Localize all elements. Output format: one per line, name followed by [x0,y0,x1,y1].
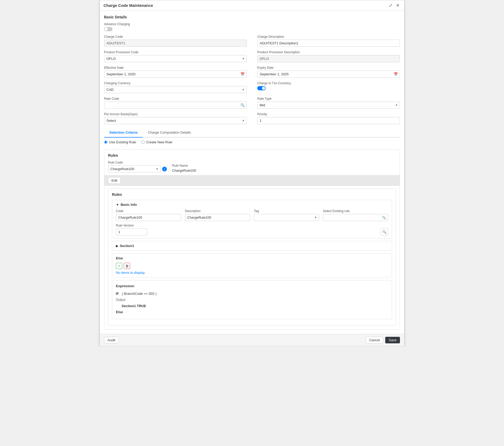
charging-currency-group: Charging Currency CAD USD EUR GBP ▼ [104,81,247,93]
priority-input[interactable] [257,117,400,124]
rule-version-input[interactable] [116,228,147,235]
effective-date-label: Effective Date [104,66,247,70]
tab-selection-criteria[interactable]: Selection Criteria [104,128,143,138]
select-existing-input[interactable] [323,214,388,221]
basic-info-collapse-header[interactable]: ▼ Basic Info [116,203,388,207]
rate-code-input[interactable] [104,102,247,109]
expression-block: Expression IF ( BranchCode == 002 ) Outp… [112,280,392,319]
else-keyword: Else [116,310,123,314]
rules-section: Rules Rule Code ChargeRule100 ▼ i [104,149,400,330]
tabs-container: Selection Criteria Charge Computation De… [104,128,400,138]
rule-version-label: Rule Version [116,224,379,227]
rule-code-info-icon[interactable]: i [162,167,167,171]
product-processor-code-select[interactable]: OFLO [104,55,247,62]
resize-btn[interactable]: ⤢ [388,3,393,8]
delete-item-btn[interactable]: 🗑 [124,263,130,269]
rules-section-title: Rules [108,153,396,158]
close-btn[interactable]: ✕ [395,3,400,8]
window-title: Charge Code Maintenance [104,3,153,8]
per-annum-group: Per Annum Basis(Days) Select 360 365 ▼ [104,112,247,124]
output-label: Output [116,298,125,302]
cancel-button[interactable]: Cancel [366,337,383,343]
add-item-btn[interactable]: + [116,263,122,269]
effective-date-input[interactable] [104,71,247,78]
per-annum-select[interactable]: Select 360 365 [104,117,247,124]
charge-in-txn-label: Charge In Txn Currency [257,81,400,85]
product-processor-desc-group: Product Processor Description [257,50,400,62]
section1-collapse-icon: ▶ [116,244,118,248]
expiry-date-wrapper: 📅 [257,71,400,78]
charge-desc-group: Charge Description [257,35,400,47]
product-processor-code-label: Product Processor Code [104,50,247,54]
basic-details-title: Basic Details [104,15,400,19]
rule-code-select[interactable]: ChargeRule100 [108,165,161,172]
basic-info-grid: Code Description Tag ▼ [116,209,388,221]
charge-desc-input[interactable] [257,40,400,47]
product-processor-row: Product Processor Code OFLO ▼ Product Pr… [104,50,400,62]
effective-date-group: Effective Date 📅 [104,66,247,78]
rule-code-select-wrapper: ChargeRule100 ▼ [108,165,161,172]
description-group: Description [185,209,250,221]
expression-if-line: IF ( BranchCode == 002 ) [116,291,388,297]
if-keyword: IF [116,292,119,296]
create-new-rule-radio[interactable] [141,140,145,144]
rule-name-label: Rule Name [172,164,196,167]
per-annum-label: Per Annum Basis(Days) [104,112,247,116]
expiry-date-input[interactable] [257,71,400,78]
advance-charging-toggle[interactable] [104,27,112,31]
rule-version-row: Rule Version 🔍 [116,224,388,235]
rule-code-label: Rule Code [108,161,167,164]
code-input[interactable] [116,214,181,221]
rate-type-group: Rate Type Mid Buy Sell ▼ [257,97,400,109]
no-items-display-link[interactable]: display [134,271,145,275]
select-existing-wrapper: 🔍 [323,214,388,221]
section1-true-text: Section1 TRUE [122,304,146,308]
tag-input[interactable] [254,214,319,221]
charge-desc-label: Charge Description [257,35,400,39]
use-existing-rule-label[interactable]: Use Existing Rule [104,140,136,144]
section1-label: Section1 [120,244,134,248]
else-block: Else + 🗑 No items to display. [112,253,392,277]
currency-row: Charging Currency CAD USD EUR GBP ▼ Char… [104,81,400,93]
main-content: Basic Details Advance Charging Charge Co… [100,11,404,334]
use-existing-rule-text: Use Existing Rule [109,140,136,144]
tag-label: Tag [254,209,319,213]
expression-title: Expression [116,284,388,288]
trash-icon: 🗑 [125,264,129,268]
inner-rules-title: Rules [112,192,392,197]
select-existing-search-icon[interactable]: 🔍 [382,216,386,219]
product-processor-desc-input[interactable] [257,55,400,62]
effective-date-calendar-icon[interactable]: 📅 [240,72,245,76]
charge-in-txn-toggle[interactable] [257,86,266,90]
rate-code-search-icon[interactable]: 🔍 [240,103,245,107]
rate-type-select[interactable]: Mid Buy Sell [257,102,400,109]
no-items-text: No items to display. [116,271,388,275]
edit-button[interactable]: Edit [108,177,121,184]
use-existing-rule-radio[interactable] [104,140,107,144]
charging-currency-select-wrapper: CAD USD EUR GBP ▼ [104,86,247,93]
rule-version-search-btn[interactable]: 🔍 [381,228,388,235]
description-input[interactable] [185,214,250,221]
save-button[interactable]: Save [385,337,400,343]
tab-charge-computation[interactable]: Charge Computation Details [143,128,196,138]
edit-toolbar: Edit [104,175,400,186]
basic-info-section: ▼ Basic Info Code Description [112,200,392,238]
per-annum-select-wrapper: Select 360 365 ▼ [104,117,247,124]
section1-header[interactable]: ▶ Section1 [116,244,388,248]
charging-currency-select[interactable]: CAD USD EUR GBP [104,86,247,93]
title-bar: Charge Code Maintenance ⤢ ✕ [100,0,404,11]
charge-code-desc-row: Charge Code Charge Description [104,35,400,47]
audit-button[interactable]: Audit [104,337,119,343]
rule-code-wrapper: ChargeRule100 ▼ i [108,165,167,172]
charge-in-txn-group: Charge In Txn Currency [257,81,400,93]
create-new-rule-label[interactable]: Create New Rule [141,140,172,144]
dates-row: Effective Date 📅 Expiry Date 📅 [104,66,400,78]
rule-code-row: Rule Code ChargeRule100 ▼ i Rule Name Ch… [108,161,396,172]
product-processor-code-group: Product Processor Code OFLO ▼ [104,50,247,62]
expiry-date-calendar-icon[interactable]: 📅 [394,72,398,76]
rate-type-select-wrapper: Mid Buy Sell ▼ [257,102,400,109]
per-annum-priority-row: Per Annum Basis(Days) Select 360 365 ▼ P… [104,112,400,124]
charge-code-input[interactable] [104,40,247,47]
footer: Audit Cancel Save [100,334,404,346]
charge-code-label: Charge Code [104,35,247,39]
